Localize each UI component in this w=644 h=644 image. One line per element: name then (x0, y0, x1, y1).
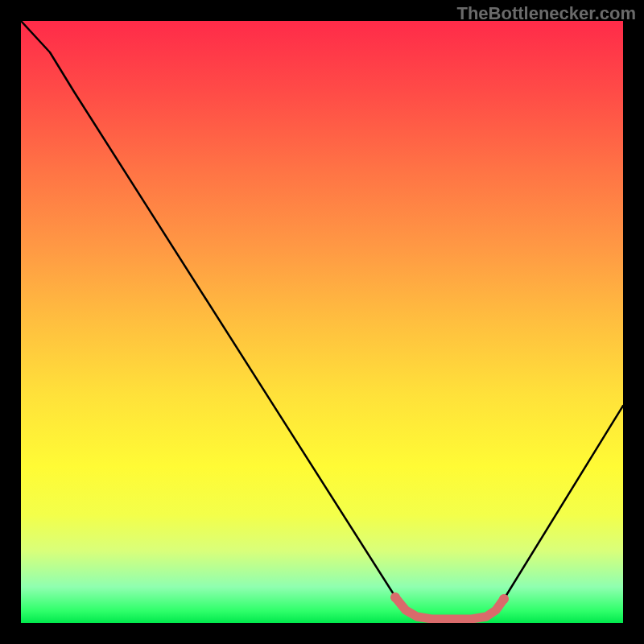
highlight-endpoint-right (499, 594, 509, 604)
plot-area (21, 21, 623, 623)
chart-frame: TheBottlenecker.com (0, 0, 644, 644)
highlight-endpoint-left (390, 592, 400, 602)
chart-svg (21, 21, 623, 623)
main-curve-line (21, 21, 623, 618)
watermark-text: TheBottlenecker.com (456, 3, 636, 24)
highlight-band-line (395, 597, 504, 619)
